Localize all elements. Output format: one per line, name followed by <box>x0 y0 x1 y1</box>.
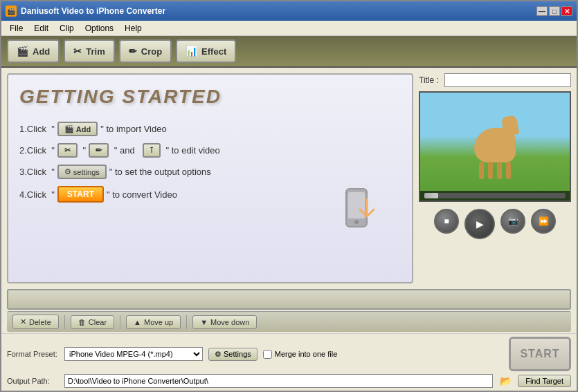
menu-edit[interactable]: Edit <box>28 22 54 35</box>
getting-started-title: GETTING STARTED <box>19 86 401 108</box>
clear-button[interactable]: 🗑 Clear <box>71 315 114 329</box>
clear-label: Clear <box>89 318 107 326</box>
crop-inline-icon: ✏ <box>89 143 109 158</box>
menu-options[interactable]: Options <box>80 22 119 35</box>
output-path-input[interactable] <box>64 374 493 388</box>
add-inline-btn[interactable]: 🎬 Add <box>57 122 98 136</box>
crop-button[interactable]: ✏ Crop <box>119 39 172 63</box>
effect-button[interactable]: 📊 Effect <box>176 39 236 63</box>
menu-file[interactable]: File <box>4 22 28 35</box>
gear-icon: ⚙ <box>64 167 71 176</box>
merge-check: Merge into one file <box>263 350 338 359</box>
title-bar-controls: — □ ✕ <box>536 6 572 16</box>
crop-label: Crop <box>141 46 162 57</box>
move-down-button[interactable]: ▼ Move down <box>192 315 257 329</box>
menu-bar: File Edit Clip Options Help <box>1 21 577 36</box>
snapshot-button[interactable]: 📷 <box>500 209 525 234</box>
horse-leg <box>479 162 484 179</box>
output-row: Output Path: 📂 Find Target <box>7 374 571 388</box>
minimize-button[interactable]: — <box>536 6 548 16</box>
effect-label: Effect <box>201 46 226 57</box>
title-input[interactable] <box>444 73 571 87</box>
stop-icon: ■ <box>444 216 449 226</box>
video-preview <box>419 91 571 202</box>
gear-settings-icon: ⚙ <box>215 350 222 359</box>
camera-icon: 📷 <box>508 216 518 226</box>
divider-2 <box>120 315 120 329</box>
iphone-decoration <box>329 185 384 241</box>
divider-1 <box>64 315 65 329</box>
format-row: Format Preset: iPhone Video MPEG-4 (*.mp… <box>7 337 571 371</box>
horse-leg <box>497 162 502 179</box>
settings-inline-btn[interactable]: ⚙ settings <box>57 165 107 179</box>
trim-label: Trim <box>86 46 105 57</box>
output-path-label: Output Path: <box>7 377 59 385</box>
horse-legs <box>479 162 511 179</box>
title-bar: 🎬 Daniusoft Video to iPhone Converter — … <box>1 1 577 21</box>
format-select[interactable]: iPhone Video MPEG-4 (*.mp4) <box>64 347 203 361</box>
horse-leg <box>506 162 511 179</box>
effect-icon: 📊 <box>186 46 197 57</box>
start-label: START <box>520 348 559 360</box>
add-button[interactable]: 🎬 Add <box>7 39 60 63</box>
play-button[interactable]: ▶ <box>464 209 495 239</box>
crop-icon: ✏ <box>129 46 137 57</box>
status-bar: Format Preset: iPhone Video MPEG-4 (*.mp… <box>1 333 577 391</box>
add-inline-icon: 🎬 <box>64 124 74 133</box>
forward-icon: ⏩ <box>539 216 549 226</box>
main-window: 🎬 Daniusoft Video to iPhone Converter — … <box>0 0 578 392</box>
trim-inline-icon: ✂ <box>57 143 78 158</box>
menu-help[interactable]: Help <box>119 22 147 35</box>
svg-point-2 <box>354 220 359 224</box>
clear-icon: 🗑 <box>78 318 86 326</box>
move-up-button[interactable]: ▲ Move up <box>126 315 181 329</box>
title-row: Title : <box>419 73 571 87</box>
toolbar: 🎬 Add ✂ Trim ✏ Crop 📊 Effect <box>1 36 577 68</box>
delete-button[interactable]: ✕ Delete <box>12 315 59 329</box>
move-up-label: Move up <box>144 318 173 326</box>
format-preset-label: Format Preset: <box>7 350 59 358</box>
window-title: Daniusoft Video to iPhone Converter <box>21 6 536 16</box>
trim-button[interactable]: ✂ Trim <box>64 39 114 63</box>
move-up-icon: ▲ <box>134 318 141 326</box>
horse-head <box>501 115 520 137</box>
svg-rect-1 <box>348 192 365 218</box>
video-progress-bar[interactable] <box>424 193 566 198</box>
forward-button[interactable]: ⏩ <box>531 209 556 234</box>
divider-3 <box>186 315 187 329</box>
left-panel: GETTING STARTED 1.Click " 🎬 Add " to imp… <box>7 73 413 283</box>
start-button[interactable]: START <box>509 337 571 371</box>
video-controls: ■ ▶ 📷 ⏩ <box>419 206 571 242</box>
file-list[interactable] <box>7 289 571 310</box>
trim-icon: ✂ <box>73 46 82 57</box>
step-1: 1.Click " 🎬 Add " to import Video <box>19 122 401 136</box>
stop-button[interactable]: ■ <box>434 209 459 234</box>
add-icon: 🎬 <box>17 46 28 57</box>
main-area: GETTING STARTED 1.Click " 🎬 Add " to imp… <box>1 68 577 289</box>
start-inline-btn[interactable]: START <box>57 186 104 203</box>
browse-folder-button[interactable]: 📂 <box>498 375 512 387</box>
step-3: 3.Click " ⚙ settings " to set the output… <box>19 165 401 179</box>
find-target-label: Find Target <box>525 377 563 385</box>
right-panel: Title : <box>419 73 571 283</box>
maximize-button[interactable]: □ <box>549 6 560 16</box>
step-2: 2.Click " ✂ " ✏ " and ⊺ " to edit video <box>19 143 401 158</box>
video-content <box>420 93 570 200</box>
settings-label: Settings <box>224 350 251 358</box>
bottom-toolbar: ✕ Delete 🗑 Clear ▲ Move up ▼ Move down <box>7 311 571 332</box>
merge-checkbox[interactable] <box>263 350 272 359</box>
effect-inline-icon: ⊺ <box>143 143 161 158</box>
progress-fill <box>424 193 438 198</box>
close-button[interactable]: ✕ <box>561 6 572 16</box>
merge-label: Merge into one file <box>275 350 338 358</box>
move-down-label: Move down <box>210 318 249 326</box>
move-down-icon: ▼ <box>200 318 208 326</box>
delete-icon: ✕ <box>20 317 26 326</box>
play-icon: ▶ <box>476 218 484 230</box>
app-icon: 🎬 <box>6 6 17 17</box>
find-target-button[interactable]: Find Target <box>518 375 571 387</box>
settings-button[interactable]: ⚙ Settings <box>208 348 258 361</box>
menu-clip[interactable]: Clip <box>54 22 80 35</box>
add-label: Add <box>33 46 50 57</box>
title-label: Title : <box>419 75 439 85</box>
